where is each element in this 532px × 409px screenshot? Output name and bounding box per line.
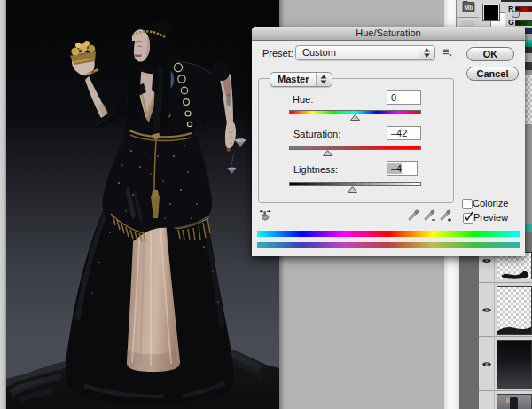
svg-text:Mb: Mb bbox=[464, 4, 473, 11]
